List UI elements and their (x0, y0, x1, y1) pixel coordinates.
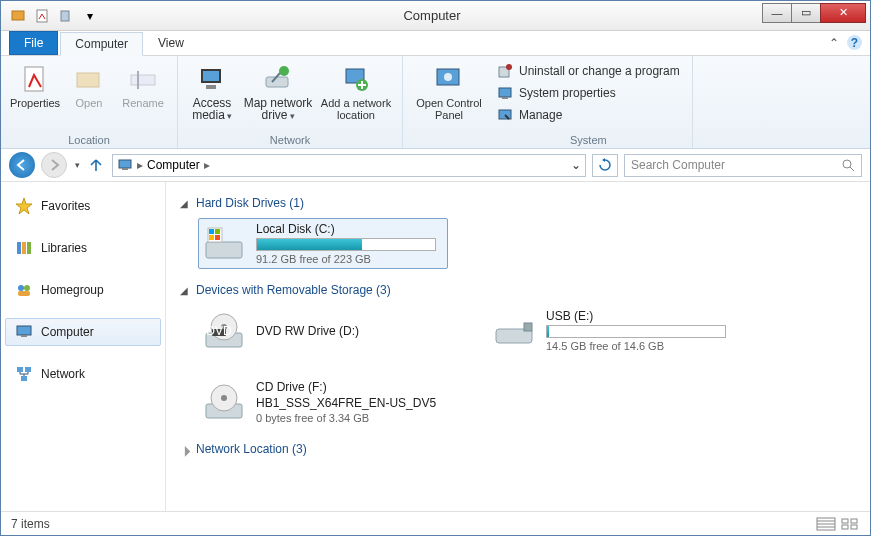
svg-rect-33 (25, 367, 31, 372)
address-bar[interactable]: ▸ Computer ▸ ⌄ (112, 154, 586, 177)
svg-rect-30 (17, 326, 31, 335)
svg-rect-35 (206, 242, 242, 258)
svg-rect-22 (122, 168, 128, 170)
properties-button[interactable]: Properties (9, 60, 61, 112)
back-button[interactable] (9, 152, 35, 178)
close-button[interactable]: ✕ (820, 3, 866, 23)
sidebar-item-favorites[interactable]: Favorites (5, 192, 161, 220)
drive-local-disk-c[interactable]: Local Disk (C:) 91.2 GB free of 223 GB (198, 218, 448, 269)
svg-rect-40 (215, 235, 220, 240)
open-button: Open (63, 60, 115, 112)
svg-point-28 (24, 285, 30, 291)
sidebar-item-computer[interactable]: Computer (5, 318, 161, 346)
svg-rect-57 (842, 525, 848, 529)
qat-new-icon[interactable] (55, 5, 77, 27)
drive-sublabel: HB1_SSS_X64FRE_EN-US_DV5 (256, 396, 436, 410)
svg-point-50 (221, 395, 227, 401)
usb-drive-icon (492, 309, 536, 349)
svg-rect-0 (12, 11, 24, 20)
svg-rect-39 (209, 235, 214, 240)
system-properties-button[interactable]: System properties (493, 82, 684, 104)
search-placeholder: Search Computer (631, 158, 725, 172)
window-controls: — ▭ ✕ (763, 3, 866, 23)
svg-rect-24 (17, 242, 21, 254)
svg-rect-38 (215, 229, 220, 234)
control-panel-icon (433, 63, 465, 95)
navigation-row: ▾ ▸ Computer ▸ ⌄ Search Computer (1, 149, 870, 182)
section-hard-disk-drives[interactable]: ◢ Hard Disk Drives (1) (180, 196, 856, 210)
sidebar-item-label: Libraries (41, 241, 87, 255)
qat-properties-icon[interactable] (31, 5, 53, 27)
ribbon-group-location: Properties Open Rename Location (1, 56, 178, 148)
sidebar-item-label: Network (41, 367, 85, 381)
drive-name: USB (E:) (546, 309, 726, 323)
network-icon (15, 365, 33, 383)
expand-icon[interactable]: ◢ (178, 442, 193, 457)
drive-cd-f[interactable]: CD Drive (F:) HB1_SSS_X64FRE_EN-US_DV5 0… (198, 376, 448, 428)
history-dropdown-icon[interactable]: ▾ (75, 160, 80, 170)
qat-dropdown-icon[interactable]: ▾ (79, 5, 101, 27)
chevron-down-icon: ▾ (290, 111, 295, 121)
file-tab[interactable]: File (9, 31, 58, 55)
drive-free-text: 14.5 GB free of 14.6 GB (546, 340, 726, 352)
up-button[interactable] (86, 152, 106, 178)
svg-rect-47 (524, 323, 532, 331)
svg-text:DVD: DVD (206, 324, 232, 338)
svg-rect-31 (21, 335, 27, 337)
collapse-icon[interactable]: ◢ (180, 285, 190, 296)
minimize-ribbon-icon[interactable]: ⌃ (829, 36, 839, 50)
maximize-button[interactable]: ▭ (791, 3, 821, 23)
refresh-button[interactable] (592, 154, 618, 177)
icons-view-button[interactable] (840, 517, 860, 531)
svg-point-11 (279, 66, 289, 76)
drive-name: CD Drive (F:) (256, 380, 436, 394)
app-icon[interactable] (7, 5, 29, 27)
help-icon[interactable]: ? (847, 35, 862, 50)
ribbon: Properties Open Rename Location Access m… (1, 56, 870, 149)
hard-drive-icon (202, 224, 246, 264)
computer-tab[interactable]: Computer (60, 32, 143, 56)
search-box[interactable]: Search Computer (624, 154, 862, 177)
svg-rect-6 (137, 71, 139, 89)
system-props-icon (497, 85, 513, 101)
computer-path-icon (117, 157, 133, 173)
svg-point-17 (506, 64, 512, 70)
address-segment[interactable]: Computer (147, 158, 200, 172)
search-icon (841, 158, 855, 172)
collapse-icon[interactable]: ◢ (180, 198, 190, 209)
svg-rect-34 (21, 376, 27, 381)
svg-rect-26 (27, 242, 31, 254)
svg-rect-21 (119, 160, 131, 168)
drive-usb-e[interactable]: USB (E:) 14.5 GB free of 14.6 GB (488, 305, 738, 356)
open-control-panel-button[interactable]: Open Control Panel (411, 60, 487, 124)
section-removable-storage[interactable]: ◢ Devices with Removable Storage (3) (180, 283, 856, 297)
quick-access-toolbar: ▾ (1, 5, 101, 27)
details-view-button[interactable] (816, 517, 836, 531)
dvd-drive-icon: DVD (202, 311, 246, 351)
item-count: 7 items (11, 517, 50, 531)
ribbon-tabs: File Computer View ⌃ ? (1, 31, 870, 56)
section-network-location[interactable]: ◢ Network Location (3) (180, 442, 856, 456)
add-network-location-button[interactable]: Add a network location (318, 60, 394, 125)
sidebar-item-network[interactable]: Network (5, 360, 161, 388)
svg-rect-5 (131, 75, 155, 85)
svg-rect-2 (61, 11, 69, 21)
svg-point-23 (843, 160, 851, 168)
view-tab[interactable]: View (143, 31, 199, 55)
access-media-button[interactable]: Access media▾ (186, 60, 238, 125)
sidebar-item-libraries[interactable]: Libraries (5, 234, 161, 262)
manage-button[interactable]: Manage (493, 104, 684, 126)
map-drive-icon (262, 63, 294, 95)
map-network-drive-button[interactable]: Map network drive▾ (240, 60, 316, 125)
computer-icon (15, 323, 33, 341)
drive-dvd-rw-d[interactable]: DVD DVD RW Drive (D:) (198, 305, 448, 356)
homegroup-icon (15, 281, 33, 299)
drive-free-text: 91.2 GB free of 223 GB (256, 253, 436, 265)
media-icon (196, 63, 228, 95)
sidebar-item-homegroup[interactable]: Homegroup (5, 276, 161, 304)
minimize-button[interactable]: — (762, 3, 792, 23)
sidebar-item-label: Favorites (41, 199, 90, 213)
address-dropdown-icon[interactable]: ⌄ (571, 158, 581, 172)
uninstall-button[interactable]: Uninstall or change a program (493, 60, 684, 82)
status-bar: 7 items (1, 511, 870, 535)
